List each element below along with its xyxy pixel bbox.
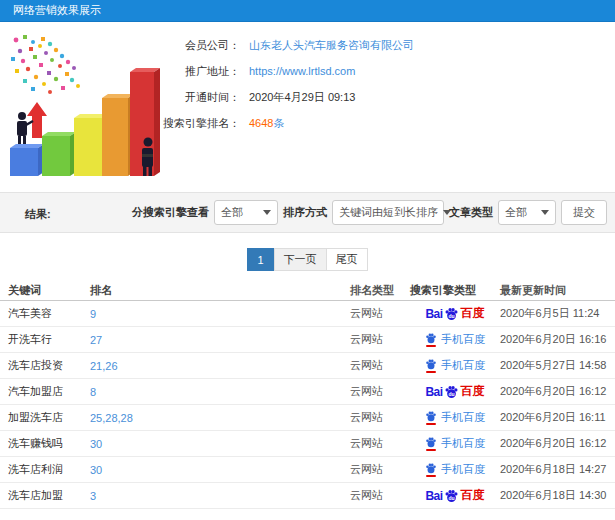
rank-link[interactable]: 25,28,28	[90, 412, 133, 424]
mobile-baidu-redline	[426, 345, 436, 347]
rank-type-cell: 云网站	[350, 488, 410, 503]
update-time-cell: 2020年6月20日 16:11	[500, 410, 615, 425]
rank-type-cell: 云网站	[350, 384, 410, 399]
keyword-rank-table: 关键词 排名 排名类型 搜索引擎类型 最新更新时间 汽车美容 9 云网站 Bai…	[0, 280, 615, 509]
mobile-baidu-badge: 手机百度	[425, 332, 485, 347]
chevron-down-icon	[541, 210, 549, 215]
keyword-cell: 洗车赚钱吗	[0, 436, 90, 451]
mobile-baidu-text: 手机百度	[441, 462, 485, 477]
table-row: 汽车美容 9 云网站 Bai du 百度	[0, 301, 615, 327]
page-1-button[interactable]: 1	[247, 248, 275, 271]
page-title-bar: 网络营销效果展示	[0, 0, 615, 22]
article-type-selected: 全部	[505, 205, 527, 220]
submit-button[interactable]: 提交	[561, 200, 607, 225]
keyword-cell: 洗车店加盟	[0, 488, 90, 503]
mobile-baidu-badge: 手机百度	[425, 462, 485, 477]
header-rank-type: 排名类型	[350, 283, 410, 298]
baidu-pc-logo: Bai du 百度	[425, 305, 484, 322]
table-body: 汽车美容 9 云网站 Bai du 百度	[0, 301, 615, 509]
mobile-baidu-redline	[426, 449, 436, 451]
update-time-cell: 2020年6月20日 16:12	[500, 436, 615, 451]
filter-bar: 结果: 分搜索引擎查看 全部 排序方式 关键词由短到长排序 文章类型 全部 提交	[0, 192, 615, 233]
baidu-bai-text: Bai	[425, 489, 442, 503]
company-label: 会员公司：	[155, 38, 240, 53]
rank-link[interactable]: 8	[90, 386, 96, 398]
rank-type-cell: 云网站	[350, 410, 410, 425]
rank-link[interactable]: 21,26	[90, 360, 118, 372]
rank-type-cell: 云网站	[350, 436, 410, 451]
engine-cell: 手机百度	[410, 332, 500, 347]
rank-link[interactable]: 27	[90, 334, 102, 346]
table-row: 加盟洗车店 25,28,28 云网站	[0, 405, 615, 431]
rank-link[interactable]: 30	[90, 464, 102, 476]
growth-chart-illustration	[2, 28, 162, 183]
chevron-down-icon	[263, 210, 271, 215]
info-row-url: 推广地址： https://www.lrtlsd.com	[155, 58, 414, 84]
mobile-baidu-text: 手机百度	[441, 332, 485, 347]
baidu-bai-text: Bai	[425, 307, 442, 321]
article-type-select[interactable]: 全部	[498, 200, 556, 225]
rank-link[interactable]: 30	[90, 438, 102, 450]
bar-green	[42, 132, 76, 176]
svg-text:du: du	[448, 391, 454, 397]
update-time-cell: 2020年6月5日 11:24	[500, 306, 615, 321]
update-time-cell: 2020年6月18日 14:27	[500, 462, 615, 477]
update-time-cell: 2020年6月18日 14:30	[500, 488, 615, 503]
open-time-value: 2020年4月29日 09:13	[249, 90, 355, 105]
mobile-baidu-redline	[426, 475, 436, 477]
bar-orange	[102, 94, 134, 176]
promo-url-link[interactable]: https://www.lrtlsd.com	[249, 65, 355, 77]
member-info-list: 会员公司： 山东老人头汽车服务咨询有限公司 推广地址： https://www.…	[155, 32, 414, 136]
open-time-label: 开通时间：	[155, 90, 240, 105]
baidu-pc-logo: Bai du 百度	[425, 487, 484, 504]
mobile-baidu-text: 手机百度	[441, 436, 485, 451]
company-link[interactable]: 山东老人头汽车服务咨询有限公司	[249, 38, 414, 53]
engine-cell: 手机百度	[410, 410, 500, 425]
keyword-cell: 洗车店投资	[0, 358, 90, 373]
mobile-baidu-badge: 手机百度	[425, 410, 485, 425]
sort-select[interactable]: 关键词由短到长排序	[332, 200, 444, 225]
info-row-rank-count: 搜索引擎排名： 4648条	[155, 110, 414, 136]
update-time-cell: 2020年5月27日 14:58	[500, 358, 615, 373]
page-title: 网络营销效果展示	[13, 4, 101, 16]
confetti-dots	[11, 35, 80, 94]
rank-link[interactable]: 9	[90, 308, 96, 320]
last-page-button[interactable]: 尾页	[326, 248, 368, 271]
mobile-baidu-badge: 手机百度	[425, 436, 485, 451]
engine-cell: 手机百度	[410, 436, 500, 451]
table-row: 开洗车行 27 云网站	[0, 327, 615, 353]
rank-type-cell: 云网站	[350, 462, 410, 477]
sort-selected: 关键词由短到长排序	[339, 205, 438, 220]
mobile-baidu-icon	[425, 436, 437, 451]
baidu-paw-icon: du	[444, 306, 459, 321]
header-engine-type: 搜索引擎类型	[410, 283, 500, 298]
baidu-paw-icon: du	[444, 384, 459, 399]
member-info-section: 会员公司： 山东老人头汽车服务咨询有限公司 推广地址： https://www.…	[0, 22, 615, 192]
header-keyword: 关键词	[0, 283, 90, 298]
engine-view-select[interactable]: 全部	[214, 200, 278, 225]
baidu-pc-logo: Bai du 百度	[425, 383, 484, 400]
baidu-cn-text: 百度	[461, 383, 485, 400]
mobile-baidu-redline	[426, 423, 436, 425]
mobile-baidu-redline	[426, 371, 436, 373]
businessman-left	[17, 112, 33, 144]
engine-cell: Bai du 百度	[410, 487, 500, 504]
baidu-cn-text: 百度	[461, 305, 485, 322]
svg-text:du: du	[448, 313, 454, 319]
rank-link[interactable]: 3	[90, 490, 96, 502]
rank-type-cell: 云网站	[350, 358, 410, 373]
mobile-baidu-icon	[425, 332, 437, 347]
mobile-baidu-text: 手机百度	[441, 358, 485, 373]
update-time-cell: 2020年6月20日 16:12	[500, 384, 615, 399]
table-header-row: 关键词 排名 排名类型 搜索引擎类型 最新更新时间	[0, 280, 615, 301]
header-update-time: 最新更新时间	[500, 283, 615, 298]
engine-cell: Bai du 百度	[410, 305, 500, 322]
info-row-open-time: 开通时间： 2020年4月29日 09:13	[155, 84, 414, 110]
keyword-cell: 汽车美容	[0, 306, 90, 321]
rank-count-label: 搜索引擎排名：	[155, 116, 240, 131]
rank-type-cell: 云网站	[350, 306, 410, 321]
next-page-button[interactable]: 下一页	[274, 248, 327, 271]
up-arrow-icon	[27, 102, 47, 138]
mobile-baidu-text: 手机百度	[441, 410, 485, 425]
filter-controls: 分搜索引擎查看 全部 排序方式 关键词由短到长排序 文章类型 全部 提交	[132, 193, 607, 232]
